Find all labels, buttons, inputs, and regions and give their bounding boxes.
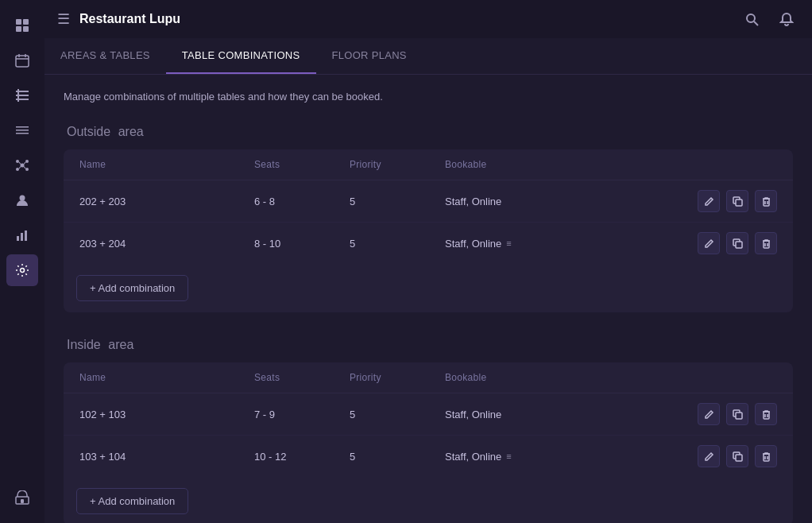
inside-section-title: Inside area	[64, 335, 793, 353]
search-button[interactable]	[739, 6, 764, 32]
outside-col-priority: Priority	[350, 159, 445, 170]
svg-rect-33	[736, 200, 742, 206]
delete-button[interactable]	[755, 403, 777, 425]
svg-line-20	[19, 162, 21, 165]
inside-table-header: Name Seats Priority Bookable	[64, 362, 793, 393]
inside-add-combination-button[interactable]: + Add combination	[76, 488, 188, 514]
delete-button[interactable]	[755, 445, 777, 467]
sidebar-item-store[interactable]	[6, 482, 38, 513]
row-actions	[682, 232, 777, 254]
sidebar-item-dashboard[interactable]	[6, 10, 38, 41]
notifications-button[interactable]	[774, 6, 799, 32]
svg-rect-4	[16, 56, 29, 67]
sidebar-item-users[interactable]	[6, 184, 38, 216]
svg-rect-42	[764, 412, 769, 419]
table-row: 103 + 104 10 - 12 5 Staff, Online ≡	[64, 436, 793, 477]
table-row: 102 + 103 7 - 9 5 Staff, Online	[64, 393, 793, 436]
edit-button[interactable]	[698, 232, 720, 254]
bookable-menu-icon[interactable]: ≡	[506, 238, 511, 248]
svg-point-19	[25, 168, 29, 171]
svg-rect-45	[736, 455, 742, 461]
svg-line-21	[24, 162, 25, 165]
edit-button[interactable]	[698, 445, 720, 467]
row-seats: 7 - 9	[254, 409, 350, 420]
svg-rect-30	[21, 499, 24, 503]
svg-rect-41	[736, 413, 742, 419]
page-description: Manage combinations of multiple tables a…	[64, 91, 793, 103]
outside-add-combination-button[interactable]: + Add combination	[76, 275, 188, 301]
svg-rect-2	[16, 26, 21, 32]
svg-point-16	[16, 160, 19, 163]
row-name: 203 + 204	[79, 238, 254, 250]
svg-rect-26	[21, 233, 23, 241]
outside-col-actions	[682, 159, 777, 170]
row-priority: 5	[350, 196, 445, 207]
svg-rect-37	[736, 242, 742, 248]
outside-table-header: Name Seats Priority Bookable	[64, 149, 793, 180]
row-seats: 10 - 12	[254, 451, 350, 463]
bookable-menu-icon[interactable]: ≡	[506, 451, 511, 461]
page-content: Manage combinations of multiple tables a…	[44, 75, 812, 523]
sidebar-item-calendar[interactable]	[6, 45, 38, 76]
sidebar	[0, 0, 44, 523]
row-priority: 5	[350, 451, 445, 463]
table-row: 202 + 203 6 - 8 5 Staff, Online	[64, 180, 793, 223]
svg-point-24	[20, 196, 25, 201]
row-name: 202 + 203	[79, 196, 254, 207]
inside-col-priority: Priority	[350, 372, 445, 383]
svg-rect-25	[17, 236, 19, 241]
outside-section: Outside area Name Seats Priority Bookabl…	[64, 122, 793, 312]
tab-floor-plans[interactable]: FLOOR PLANS	[316, 38, 423, 74]
tab-areas-tables[interactable]: AREAS & TABLES	[44, 38, 166, 74]
inside-col-seats: Seats	[254, 372, 350, 383]
copy-button[interactable]	[726, 403, 748, 425]
row-seats: 6 - 8	[254, 196, 350, 207]
copy-button[interactable]	[726, 445, 748, 467]
inside-col-bookable: Bookable	[445, 372, 682, 383]
main-content: ☰ Restaurant Lupu AREAS & TABLES TABLE C…	[44, 0, 812, 523]
copy-button[interactable]	[726, 190, 748, 212]
outside-col-name: Name	[79, 159, 254, 170]
delete-button[interactable]	[755, 190, 777, 212]
svg-point-31	[747, 14, 755, 22]
row-seats: 8 - 10	[254, 238, 350, 250]
copy-button[interactable]	[726, 232, 748, 254]
tab-table-combinations[interactable]: TABLE COMBINATIONS	[166, 38, 316, 74]
outside-col-bookable: Bookable	[445, 159, 682, 170]
outside-section-title: Outside area	[64, 122, 793, 140]
row-bookable: Staff, Online ≡	[445, 451, 682, 463]
header-actions	[739, 6, 799, 32]
svg-point-17	[25, 160, 29, 163]
delete-button[interactable]	[755, 232, 777, 254]
hamburger-icon[interactable]: ☰	[57, 10, 70, 28]
svg-rect-0	[16, 19, 21, 25]
svg-line-32	[754, 21, 758, 25]
sidebar-item-settings[interactable]	[6, 254, 38, 286]
svg-rect-11	[17, 89, 19, 102]
svg-rect-3	[23, 26, 29, 32]
row-bookable: Staff, Online	[445, 196, 682, 207]
svg-rect-12	[16, 126, 29, 128]
svg-rect-27	[25, 231, 27, 241]
app-title: Restaurant Lupu	[79, 12, 729, 26]
row-actions	[682, 445, 777, 467]
row-actions	[682, 403, 777, 425]
row-name: 103 + 104	[79, 451, 254, 463]
sidebar-item-integrations[interactable]	[6, 149, 38, 181]
row-bookable: Staff, Online	[445, 409, 682, 420]
table-row: 203 + 204 8 - 10 5 Staff, Online ≡	[64, 223, 793, 264]
inside-table-card: Name Seats Priority Bookable 102 + 103 7…	[64, 362, 793, 523]
row-actions	[682, 190, 777, 212]
sidebar-item-tables[interactable]	[6, 79, 38, 111]
svg-line-23	[24, 167, 25, 169]
svg-line-22	[19, 167, 21, 169]
row-priority: 5	[350, 409, 445, 420]
outside-table-card: Name Seats Priority Bookable 202 + 203 6…	[64, 149, 793, 312]
sidebar-item-list[interactable]	[6, 114, 38, 146]
edit-button[interactable]	[698, 403, 720, 425]
edit-button[interactable]	[698, 190, 720, 212]
svg-point-18	[16, 168, 19, 171]
svg-rect-38	[764, 241, 769, 248]
sidebar-item-reports[interactable]	[6, 219, 38, 251]
inside-section: Inside area Name Seats Priority Bookable…	[64, 335, 793, 523]
